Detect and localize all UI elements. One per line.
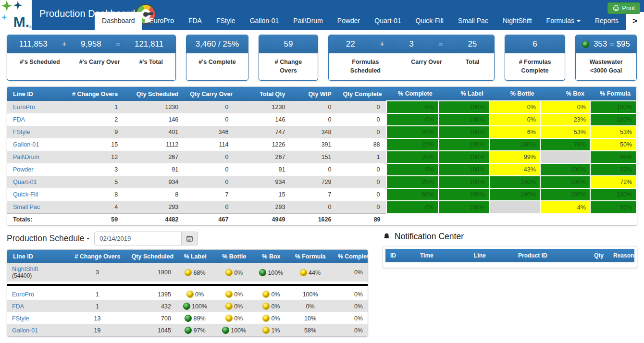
line-id-link[interactable]: FDA — [12, 303, 24, 310]
tab-label: FStyle — [216, 17, 235, 24]
yellow-status-orb-icon — [225, 315, 233, 322]
totals-spacer — [386, 214, 438, 226]
card-value: 6 — [533, 39, 537, 49]
card-value: 121,811 — [135, 39, 163, 49]
tab-quick-fill[interactable]: Quick-Fill — [409, 12, 451, 30]
line-id-link[interactable]: FDA — [13, 116, 25, 123]
tab-europro[interactable]: EuroPro — [142, 12, 181, 30]
qty-cell: 0 — [337, 176, 386, 188]
qty-cell: 267 — [234, 151, 291, 163]
pct-cell-green: 100% — [438, 188, 489, 201]
qty-cell: 15 — [234, 188, 291, 201]
line-id-link[interactable]: Gallon-01 — [12, 327, 38, 334]
tab-quart-01[interactable]: Quart-01 — [367, 12, 408, 30]
tab-fstyle[interactable]: FStyle — [209, 12, 243, 30]
nav-overflow-chevron-icon[interactable]: > — [626, 12, 644, 30]
line-id-link[interactable]: EuroPro — [12, 291, 34, 298]
line-id-cell: FDA — [7, 300, 69, 312]
totals-value: 59 — [60, 214, 124, 226]
pct-value: 44% — [309, 270, 321, 276]
qty-cell: 146 — [234, 113, 291, 126]
pct-cell-green: 0% — [386, 163, 438, 176]
line-id-link[interactable]: Gallon-01 — [13, 141, 39, 148]
line-id-link[interactable]: FStyle — [12, 315, 29, 322]
tab-powder[interactable]: Powder — [330, 12, 367, 30]
tab-label: Quart-01 — [374, 17, 401, 24]
calendar-icon — [186, 235, 193, 242]
summary-card-s-scheduled: 111,853+9,958=121,811#'s Scheduled#'s Ca… — [7, 35, 176, 81]
card-value: 25 — [468, 39, 477, 49]
card-label: Carry Over — [411, 58, 442, 75]
print-button[interactable]: Print — [607, 2, 640, 14]
schedule-row: NightShift(54400)3180068%0%100%44%0% — [7, 263, 368, 282]
qty-cell: 88 — [337, 138, 386, 151]
summary-card-labels: #'s Scheduled#'s Carry Over#'s Total — [7, 53, 175, 80]
totals-row: Totals:5944824674949162689 — [7, 214, 636, 226]
tab-dashboard[interactable]: Dashboard — [95, 12, 142, 30]
column-header-box: % Box — [540, 87, 590, 101]
change-overs-cell: 1 — [69, 288, 125, 300]
line-id-link[interactable]: NightShift — [12, 266, 38, 272]
qty-cell: 151 — [291, 151, 337, 163]
line-id-link[interactable]: Powder — [13, 166, 33, 173]
qty-cell: 91 — [124, 163, 184, 176]
card-label: # Change Overs — [266, 58, 310, 75]
schedule-row: FStyle1370089%0%0%10%0% — [7, 312, 368, 324]
tab-formulas[interactable]: Formulas — [539, 12, 588, 30]
pct-status-cell: 0% — [254, 312, 288, 324]
pct-cell-green: 87% — [590, 201, 636, 214]
notification-center-section: Notification Center IDTimeLineProduct ID… — [383, 232, 637, 268]
qty-cell: 7 — [184, 188, 234, 201]
pct-cell-green: 100% — [590, 188, 636, 201]
tab-pail-drum[interactable]: Pail\Drum — [286, 12, 330, 30]
tab-gallon-01[interactable]: Gallon-01 — [243, 12, 286, 30]
pct-value: 0% — [271, 303, 280, 310]
pct-value: 0% — [234, 315, 243, 322]
pct-cell-gray — [540, 151, 590, 163]
company-logo[interactable]: M. ® — [0, 0, 32, 30]
totals-label: Totals: — [7, 214, 60, 226]
notification-panel: IDTimeLineProduct IDQtyReason — [383, 246, 637, 268]
yellow-status-orb-icon — [225, 291, 233, 298]
pct-status-cell: 0% — [254, 300, 288, 312]
yellow-status-orb-icon — [262, 303, 270, 310]
totals-spacer — [540, 214, 590, 226]
pct-cell-green: 100% — [590, 101, 636, 113]
schedule-row: Gallon-0119104597%100%1%58%0% — [7, 324, 368, 336]
yellow-status-orb-icon — [262, 315, 270, 322]
line-id-link[interactable]: FStyle — [13, 129, 30, 135]
line-id-link[interactable]: Quart-01 — [13, 179, 37, 185]
summary-card-change-overs: 59# Change Overs — [259, 35, 318, 81]
line-id-link[interactable]: Small Pac — [13, 204, 40, 210]
line-id-cell: Quart-01 — [7, 176, 60, 188]
qty-cell: 1230 — [234, 101, 291, 113]
tab-nightshift[interactable]: NightShift — [495, 12, 539, 30]
qty-cell: 8 — [60, 188, 124, 201]
tab-fda[interactable]: FDA — [181, 12, 209, 30]
line-id-link[interactable]: Quick-Fill — [13, 191, 38, 198]
card-value: 22 — [346, 39, 355, 49]
tab-reports[interactable]: Reports — [588, 12, 626, 30]
divider-cell — [7, 282, 368, 288]
logo-letter: M. — [13, 15, 29, 29]
column-header-line: Line — [469, 249, 513, 262]
divider-row — [7, 282, 368, 288]
pct-cell-green: 100% — [438, 201, 489, 214]
pct-cell-yellow: 43% — [489, 163, 540, 176]
yellow-status-orb-icon — [262, 327, 270, 334]
qty-cell: 0 — [184, 151, 234, 163]
calendar-button[interactable] — [182, 232, 198, 245]
line-id-link[interactable]: EuroPro — [13, 104, 35, 110]
qty-cell: 9 — [60, 126, 124, 138]
pct-status-cell: 0% — [289, 300, 332, 312]
summary-cards: 111,853+9,958=121,811#'s Scheduled#'s Ca… — [0, 30, 644, 86]
tab-label: FDA — [188, 17, 202, 24]
tab-small-pac[interactable]: Small Pac — [451, 12, 495, 30]
schedule-date-input[interactable] — [94, 232, 182, 245]
qty-cell: 934 — [124, 176, 184, 188]
card-label: #'s Scheduled — [20, 58, 60, 75]
qty-cell: 91 — [234, 163, 291, 176]
pct-cell-green: 100% — [438, 113, 489, 126]
line-id-link[interactable]: Pail\Drum — [13, 154, 39, 160]
line-id-cell: Pail\Drum — [7, 151, 60, 163]
